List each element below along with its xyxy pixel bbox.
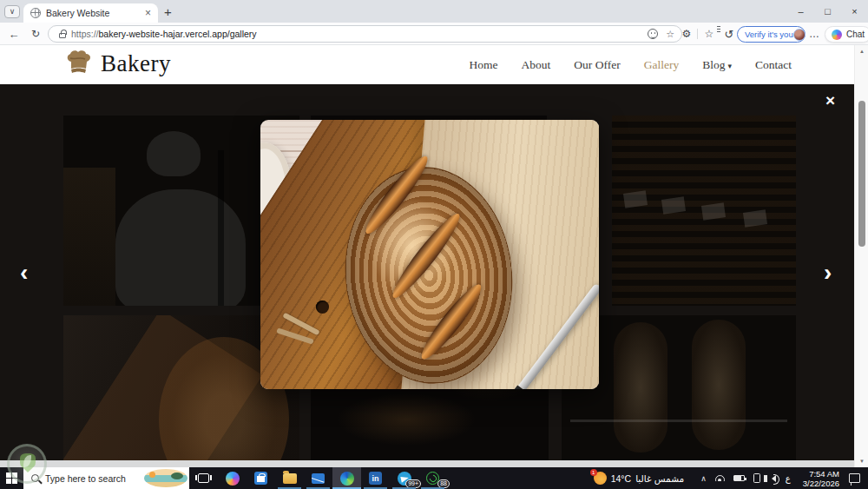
volume-icon[interactable] — [769, 475, 776, 482]
nav-our-offer[interactable]: Our Offer — [574, 58, 620, 72]
window-maximize-button[interactable]: □ — [814, 0, 841, 23]
weather-notification-badge: 1 — [590, 469, 597, 476]
copilot-icon — [832, 30, 842, 40]
weather-icon[interactable]: 1 — [594, 472, 607, 485]
search-highlight-illustration[interactable] — [144, 469, 187, 487]
gallery-thumb-cookies[interactable] — [612, 116, 796, 306]
windows-taskbar: Type here to search in 99+ 88 1 14°C مشم… — [0, 467, 868, 489]
taskbar-telegram-button[interactable]: 99+ — [390, 467, 418, 489]
lightbox-image[interactable] — [260, 120, 599, 389]
refresh-button[interactable]: ↻ — [27, 23, 44, 45]
taskbar-linkedin-button[interactable]: in — [361, 467, 390, 489]
chef-hat-icon — [64, 50, 99, 77]
date: 3/22/2026 — [803, 479, 839, 488]
verify-label: Verify it's you — [745, 30, 793, 39]
search-placeholder: Type here to search — [45, 473, 144, 484]
taskbar-copilot-button[interactable] — [218, 467, 247, 489]
lightbox-next-button[interactable]: › — [824, 261, 832, 285]
back-button[interactable]: ← — [5, 23, 23, 45]
favorites-icon[interactable]: ☆ — [701, 23, 717, 45]
linkedin-icon: in — [369, 472, 382, 485]
logo-text: Bakery — [101, 50, 171, 77]
history-icon[interactable]: ↺ — [721, 23, 737, 45]
time: 7:54 AM — [803, 469, 839, 479]
browser-tab[interactable]: Bakery Website × — [23, 3, 158, 23]
taskbar-whatsapp-button[interactable]: 88 — [418, 467, 447, 489]
lightbox-close-button[interactable]: × — [825, 92, 835, 109]
window-minimize-button[interactable]: – — [787, 0, 814, 23]
scroll-down-icon[interactable]: ▼ — [855, 459, 868, 464]
extensions-icon[interactable]: ⚙ — [679, 23, 694, 45]
nav-gallery[interactable]: Gallery — [644, 58, 679, 72]
scroll-up-icon[interactable]: ▲ — [855, 49, 868, 54]
taskbar-mail-button[interactable] — [304, 467, 332, 489]
search-icon — [31, 474, 39, 482]
tab-close-icon[interactable]: × — [145, 8, 151, 18]
action-center-icon[interactable] — [849, 473, 860, 483]
address-bar[interactable]: https://bakery-website-hajar.vercel.app/… — [48, 25, 682, 43]
tab-search-chevron-icon[interactable]: ∨ — [4, 5, 20, 18]
nav-about[interactable]: About — [522, 58, 551, 72]
wifi-icon[interactable] — [715, 475, 725, 481]
lightbox-prev-button[interactable]: ‹ — [20, 261, 28, 285]
task-view-icon — [198, 473, 209, 483]
url-text[interactable]: https://bakery-website-hajar.vercel.app/… — [71, 29, 641, 39]
site-nav: Home About Our Offer Gallery Blog▾ Conta… — [470, 45, 792, 84]
window-close-button[interactable]: × — [841, 0, 868, 23]
battery-icon[interactable] — [733, 475, 745, 481]
gallery-lightbox-overlay[interactable]: × ‹ › — [0, 84, 854, 460]
taskbar-store-button[interactable] — [247, 467, 275, 489]
feedback-smiley-icon[interactable] — [648, 29, 658, 39]
new-tab-button[interactable]: + — [164, 4, 172, 19]
page-scrollbar[interactable]: ▲ ▼ — [854, 45, 868, 467]
start-button[interactable] — [6, 472, 17, 484]
system-tray: 1 14°C مشمس غالبا ∧ ع 7:54 AM 3/22/2026 — [594, 467, 868, 489]
language-indicator[interactable]: ع — [786, 473, 791, 483]
phone-link-icon[interactable] — [753, 473, 760, 483]
file-explorer-icon — [283, 473, 297, 484]
site-logo[interactable]: Bakery — [64, 50, 171, 77]
tab-title: Bakery Website — [46, 8, 141, 18]
copilot-icon — [226, 472, 240, 486]
more-menu-icon[interactable]: … — [807, 23, 821, 45]
taskbar-edge-button[interactable] — [332, 467, 361, 489]
bookmark-star-icon[interactable]: ☆ — [666, 29, 674, 40]
taskbar-search-input[interactable]: Type here to search — [23, 467, 189, 489]
browser-titlebar: ∨ Bakery Website × + – □ × — [0, 0, 868, 23]
scrollbar-thumb[interactable] — [858, 101, 865, 247]
page-bottom-strip — [0, 460, 854, 467]
weather-condition[interactable]: مشمس غالبا — [635, 473, 684, 484]
nav-blog[interactable]: Blog▾ — [702, 58, 732, 72]
globe-favicon-icon — [30, 8, 41, 18]
verify-profile-button[interactable]: Verify it's you — [737, 26, 806, 43]
chevron-down-icon: ▾ — [727, 62, 732, 70]
copilot-chat-button[interactable]: Chat — [825, 26, 868, 43]
mail-icon — [312, 473, 325, 484]
board-hole-shape — [316, 301, 329, 314]
clock[interactable]: 7:54 AM 3/22/2026 — [803, 469, 839, 488]
nav-contact[interactable]: Contact — [755, 58, 792, 72]
profile-avatar — [793, 29, 806, 41]
page-viewport: Bakery Home About Our Offer Gallery Blog… — [0, 45, 868, 467]
edge-icon — [340, 472, 354, 486]
screen: ∨ Bakery Website × + – □ × ← ↻ https://b… — [0, 0, 868, 489]
nav-home[interactable]: Home — [470, 58, 498, 72]
weather-temp[interactable]: 14°C — [611, 473, 631, 484]
task-view-button[interactable] — [189, 467, 218, 489]
browser-toolbar: ← ↻ https://bakery-website-hajar.vercel.… — [0, 23, 868, 45]
microsoft-store-icon — [254, 472, 267, 485]
taskbar-file-explorer-button[interactable] — [275, 467, 304, 489]
lock-icon — [59, 33, 66, 38]
hidden-icons-chevron-icon[interactable]: ∧ — [700, 474, 707, 483]
chat-label: Chat — [846, 30, 865, 39]
site-header: Bakery Home About Our Offer Gallery Blog… — [0, 45, 854, 84]
